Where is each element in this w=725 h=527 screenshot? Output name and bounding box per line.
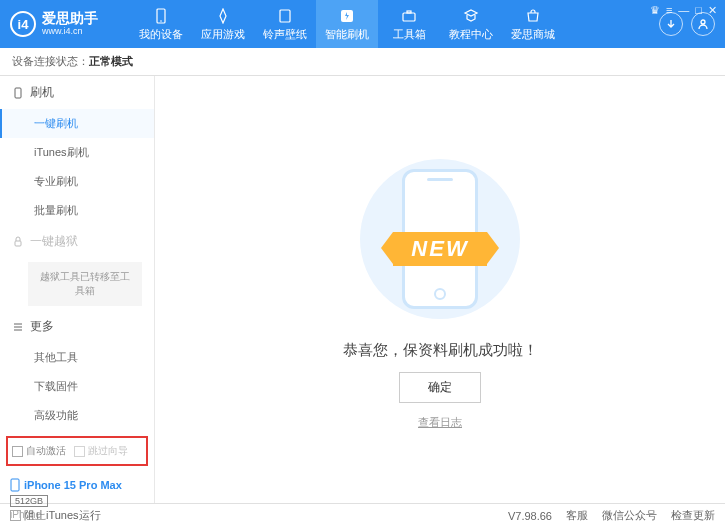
nav-store[interactable]: 爱思商城	[502, 0, 564, 48]
svg-rect-5	[407, 11, 411, 13]
svg-rect-2	[280, 10, 290, 22]
maximize-icon[interactable]: □	[695, 4, 702, 17]
nav-flash[interactable]: 智能刷机	[316, 0, 378, 48]
checkbox-icon	[10, 510, 21, 521]
wechat-link[interactable]: 微信公众号	[602, 508, 657, 523]
sidebar-item-firmware[interactable]: 下载固件	[0, 372, 154, 401]
minimize-icon[interactable]: ―	[678, 4, 689, 17]
phone-icon	[12, 87, 24, 99]
nav-label: 铃声壁纸	[263, 27, 307, 42]
menu-icon[interactable]: ≡	[666, 4, 672, 17]
nav-tutorials[interactable]: 教程中心	[440, 0, 502, 48]
sidebar-item-other[interactable]: 其他工具	[0, 343, 154, 372]
apps-icon	[214, 7, 232, 25]
version-label: V7.98.66	[508, 510, 552, 522]
ringtone-icon	[276, 7, 294, 25]
nav-apps[interactable]: 应用游戏	[192, 0, 254, 48]
svg-rect-4	[403, 13, 415, 21]
svg-rect-7	[15, 88, 21, 98]
group-label: 刷机	[30, 84, 54, 101]
sidebar-group-jailbreak: 一键越狱	[0, 225, 154, 258]
nav-label: 爱思商城	[511, 27, 555, 42]
sidebar-group-more[interactable]: 更多	[0, 310, 154, 343]
group-label: 一键越狱	[30, 233, 78, 250]
success-message: 恭喜您，保资料刷机成功啦！	[343, 341, 538, 360]
nav-toolbox[interactable]: 工具箱	[378, 0, 440, 48]
svg-rect-8	[15, 241, 21, 246]
new-badge: NEW	[393, 232, 486, 266]
logo-subtitle: www.i4.cn	[42, 27, 98, 37]
jailbreak-note: 越狱工具已转移至工具箱	[28, 262, 142, 306]
sidebar-item-advanced[interactable]: 高级功能	[0, 401, 154, 430]
status-value: 正常模式	[89, 54, 133, 69]
device-icon	[10, 478, 20, 492]
sidebar-item-itunes[interactable]: iTunes刷机	[0, 138, 154, 167]
close-icon[interactable]: ✕	[708, 4, 717, 17]
status-prefix: 设备连接状态：	[12, 54, 89, 69]
skip-guide-checkbox[interactable]: 跳过向导	[74, 444, 128, 458]
nav-my-device[interactable]: 我的设备	[130, 0, 192, 48]
group-label: 更多	[30, 318, 54, 335]
checkbox-label: 自动激活	[26, 444, 66, 458]
device-name-text: iPhone 15 Pro Max	[24, 479, 122, 491]
svg-point-1	[160, 20, 162, 22]
nav-label: 应用游戏	[201, 27, 245, 42]
flash-icon	[338, 7, 356, 25]
checkbox-label: 跳过向导	[88, 444, 128, 458]
svg-point-6	[701, 20, 705, 24]
main-content: NEW 恭喜您，保资料刷机成功啦！ 确定 查看日志	[155, 76, 725, 503]
lock-icon	[12, 236, 24, 248]
view-log-link[interactable]: 查看日志	[418, 415, 462, 430]
logo-icon: i4	[10, 11, 36, 37]
store-icon	[524, 7, 542, 25]
sidebar: 刷机 一键刷机 iTunes刷机 专业刷机 批量刷机 一键越狱 越狱工具已转移至…	[0, 76, 155, 503]
top-nav: 我的设备 应用游戏 铃声壁纸 智能刷机 工具箱 教程中心 爱思商城	[130, 0, 564, 48]
sidebar-item-pro[interactable]: 专业刷机	[0, 167, 154, 196]
checkbox-label: 阻止iTunes运行	[24, 508, 101, 523]
nav-label: 智能刷机	[325, 27, 369, 42]
success-illustration: NEW	[350, 149, 530, 329]
logo-title: 爱思助手	[42, 11, 98, 26]
status-bar: 设备连接状态： 正常模式	[0, 48, 725, 76]
device-icon	[152, 7, 170, 25]
confirm-button[interactable]: 确定	[399, 372, 481, 403]
sidebar-item-batch[interactable]: 批量刷机	[0, 196, 154, 225]
menu-icon	[12, 321, 24, 333]
checkbox-icon	[12, 446, 23, 457]
nav-label: 工具箱	[393, 27, 426, 42]
nav-label: 教程中心	[449, 27, 493, 42]
block-itunes-checkbox[interactable]: 阻止iTunes运行	[10, 508, 101, 523]
storage-badge: 512GB	[10, 495, 48, 507]
header: i4 爱思助手 www.i4.cn 我的设备 应用游戏 铃声壁纸 智能刷机 工具…	[0, 0, 725, 48]
nav-label: 我的设备	[139, 27, 183, 42]
gift-icon[interactable]: ♛	[650, 4, 660, 17]
toolbox-icon	[400, 7, 418, 25]
support-link[interactable]: 客服	[566, 508, 588, 523]
tutorial-icon	[462, 7, 480, 25]
checkbox-icon	[74, 446, 85, 457]
update-link[interactable]: 检查更新	[671, 508, 715, 523]
svg-rect-9	[11, 479, 19, 491]
sidebar-item-oneclick[interactable]: 一键刷机	[0, 109, 154, 138]
logo[interactable]: i4 爱思助手 www.i4.cn	[10, 11, 130, 37]
sidebar-group-flash[interactable]: 刷机	[0, 76, 154, 109]
auto-activate-checkbox[interactable]: 自动激活	[12, 444, 66, 458]
nav-ringtones[interactable]: 铃声壁纸	[254, 0, 316, 48]
activation-options: 自动激活 跳过向导	[6, 436, 148, 466]
